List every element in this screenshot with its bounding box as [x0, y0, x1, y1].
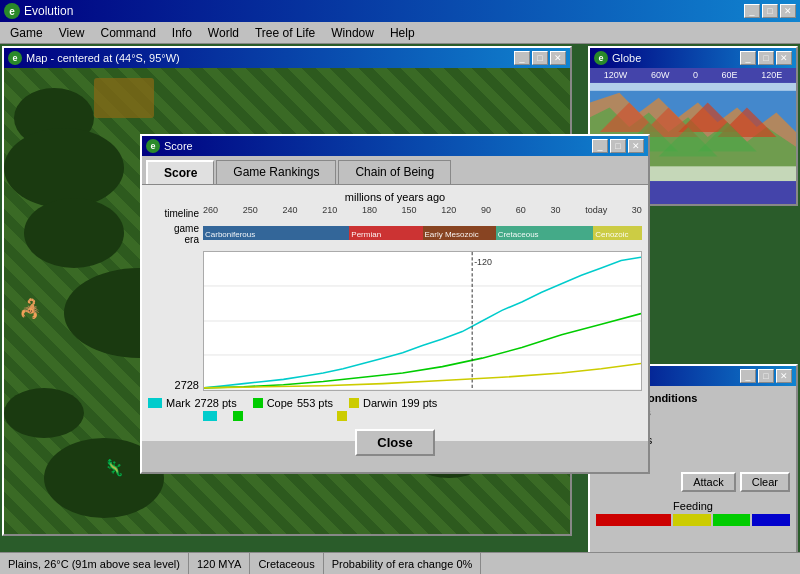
score-dialog: e Score _ □ ✕ Score Game Rankings Chain …	[140, 134, 650, 474]
menu-help[interactable]: Help	[384, 25, 421, 41]
chart-svg: -120	[204, 252, 641, 390]
bar-yellow	[673, 514, 711, 526]
chart-container: 2728	[148, 249, 642, 391]
label-60w: 60W	[651, 70, 670, 80]
cmd-close[interactable]: ✕	[776, 369, 792, 383]
title-bar-buttons: _ □ ✕	[744, 4, 796, 18]
cmd-maximize[interactable]: □	[758, 369, 774, 383]
menu-game[interactable]: Game	[4, 25, 49, 41]
cope-box2	[233, 411, 243, 421]
map-title: Map - centered at (44°S, 95°W)	[26, 52, 180, 64]
bar-red	[596, 514, 671, 526]
menu-info[interactable]: Info	[166, 25, 198, 41]
era-permian: Permian	[349, 226, 422, 240]
timeline-label: timeline	[148, 208, 203, 219]
legend-boxes-row	[148, 411, 642, 421]
score-body: millions of years ago timeline 260 250 2…	[142, 185, 648, 441]
feeding-label: Feeding	[596, 500, 790, 512]
svg-text:-120: -120	[474, 256, 492, 266]
clear-button[interactable]: Clear	[740, 472, 790, 492]
map-close[interactable]: ✕	[550, 51, 566, 65]
era-carboniferous: Carboniferous	[203, 226, 349, 240]
map-icon: e	[8, 51, 22, 65]
cope-pts: 553 pts	[297, 397, 333, 409]
attack-button[interactable]: Attack	[681, 472, 736, 492]
mark-box2	[203, 411, 217, 421]
legend-mark: Mark 2728 pts	[148, 397, 237, 409]
score-icon: e	[146, 139, 160, 153]
darwin-box2	[337, 411, 347, 421]
era-bar: Carboniferous Permian Early Mesozoic Cre…	[203, 226, 642, 240]
map-title-bar: e Map - centered at (44°S, 95°W) _ □ ✕	[4, 48, 570, 68]
darwin-label: Darwin	[363, 397, 397, 409]
era-cenozoic: Cenozoic	[593, 226, 642, 240]
title-bar-left: e Evolution	[4, 3, 73, 19]
score-minimize[interactable]: _	[592, 139, 608, 153]
globe-minimize[interactable]: _	[740, 51, 756, 65]
status-era: Cretaceous	[250, 553, 323, 574]
cmd-minimize[interactable]: _	[740, 369, 756, 383]
legend-darwin: Darwin 199 pts	[349, 397, 437, 409]
timeline-track: 260 250 240 210 180 150 120 90 60 30 tod…	[203, 205, 642, 221]
tab-score[interactable]: Score	[146, 160, 214, 184]
globe-icon: e	[594, 51, 608, 65]
era-early-mesozoic-bg: Early Mesozoic	[423, 226, 496, 240]
era-track: Carboniferous Permian Early Mesozoic Cre…	[203, 226, 642, 242]
status-terrain: Plains, 26°C (91m above sea level)	[0, 553, 189, 574]
era-label: gameera	[148, 223, 203, 245]
status-probability: Probability of era change 0%	[324, 553, 482, 574]
menu-window[interactable]: Window	[325, 25, 380, 41]
mark-pts: 2728 pts	[194, 397, 236, 409]
mark-label: Mark	[166, 397, 190, 409]
menu-view[interactable]: View	[53, 25, 91, 41]
close-button[interactable]: Close	[355, 429, 434, 456]
score-close[interactable]: ✕	[628, 139, 644, 153]
timeline-row: timeline 260 250 240 210 180 150 120 90 …	[148, 205, 642, 221]
bar-blue	[752, 514, 790, 526]
globe-title: Globe	[612, 52, 641, 64]
label-120w: 120W	[604, 70, 628, 80]
score-number: 2728	[148, 379, 203, 391]
menu-bar: Game View Command Info World Tree of Lif…	[0, 22, 800, 44]
globe-labels: 120W 60W 0 60E 120E	[590, 68, 796, 82]
label-60e: 60E	[722, 70, 738, 80]
label-0: 0	[693, 70, 698, 80]
menu-world[interactable]: World	[202, 25, 245, 41]
darwin-color	[349, 398, 359, 408]
cope-label: Cope	[267, 397, 293, 409]
era-row: gameera Carboniferous Permian Early Meso…	[148, 223, 642, 245]
main-area: e Map - centered at (44°S, 95°W) _ □ ✕ 🦂…	[0, 44, 800, 574]
maximize-button[interactable]: □	[762, 4, 778, 18]
menu-command[interactable]: Command	[94, 25, 161, 41]
legend-row: Mark 2728 pts Cope 553 pts Darwin 199 pt…	[148, 397, 642, 409]
status-mya: 120 MYA	[189, 553, 250, 574]
globe-close[interactable]: ✕	[776, 51, 792, 65]
darwin-pts: 199 pts	[401, 397, 437, 409]
menu-tree-of-life[interactable]: Tree of Life	[249, 25, 321, 41]
close-btn-row: Close	[148, 429, 642, 456]
minimize-button[interactable]: _	[744, 4, 760, 18]
map-minimize[interactable]: _	[514, 51, 530, 65]
score-title: Score	[164, 140, 193, 152]
chart-area: -120	[203, 251, 642, 391]
globe-maximize[interactable]: □	[758, 51, 774, 65]
bar-green	[713, 514, 751, 526]
map-maximize[interactable]: □	[532, 51, 548, 65]
svg-rect-10	[590, 83, 796, 91]
tab-chain-of-being[interactable]: Chain of Being	[338, 160, 451, 184]
mark-color	[148, 398, 162, 408]
command-buttons: Attack Clear	[596, 472, 790, 492]
label-120e: 120E	[761, 70, 782, 80]
color-bars	[596, 514, 790, 526]
tab-game-rankings[interactable]: Game Rankings	[216, 160, 336, 184]
era-cretaceous: Cretaceous	[496, 226, 594, 240]
score-maximize[interactable]: □	[610, 139, 626, 153]
feeding-bar: Feeding	[596, 500, 790, 526]
app-icon: e	[4, 3, 20, 19]
tick-row: 260 250 240 210 180 150 120 90 60 30 tod…	[203, 205, 642, 215]
close-button[interactable]: ✕	[780, 4, 796, 18]
cope-color	[253, 398, 263, 408]
app-title: Evolution	[24, 4, 73, 18]
globe-title-bar: e Globe _ □ ✕	[590, 48, 796, 68]
title-bar: e Evolution _ □ ✕	[0, 0, 800, 22]
